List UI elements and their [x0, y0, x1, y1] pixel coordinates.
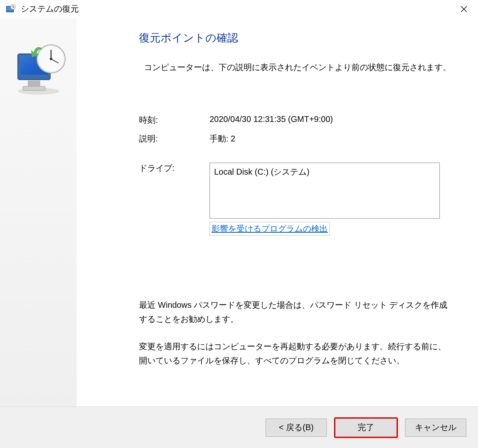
field-description: 説明: 手動: 2 — [139, 133, 453, 144]
desc-label: 説明: — [139, 133, 210, 144]
system-restore-large-icon — [10, 39, 68, 97]
svg-point-15 — [50, 58, 52, 60]
content-area: 復元ポイントの確認 コンピューターは、下の説明に表示されたイベントより前の状態に… — [0, 18, 478, 407]
drive-item: Local Disk (C:) (システム) — [214, 167, 310, 176]
page-heading: 復元ポイントの確認 — [139, 31, 453, 45]
cancel-button[interactable]: キャンセル — [405, 419, 466, 437]
scan-affected-programs-link[interactable]: 影響を受けるプログラムの検出 — [210, 222, 330, 236]
svg-rect-9 — [28, 80, 40, 86]
info-password: 最近 Windows パスワードを変更した場合は、パスワード リセット ディスク… — [139, 298, 453, 326]
system-restore-icon — [5, 3, 17, 15]
drive-value-container: Local Disk (C:) (システム) 影響を受けるプログラムの検出 — [210, 163, 453, 236]
window-title: システムの復元 — [21, 3, 455, 15]
desc-value: 手動: 2 — [210, 133, 453, 144]
field-time: 時刻: 2020/04/30 12:31:35 (GMT+9:00) — [139, 114, 453, 126]
info-restart: 変更を適用するにはコンピューターを再起動する必要があります。続行する前に、開いて… — [139, 339, 453, 368]
info-text: 最近 Windows パスワードを変更した場合は、パスワード リセット ディスク… — [139, 298, 453, 368]
close-button[interactable] — [455, 0, 473, 18]
wizard-sidebar — [0, 18, 77, 407]
svg-rect-10 — [23, 86, 45, 90]
field-drive: ドライブ: Local Disk (C:) (システム) 影響を受けるプログラム… — [139, 163, 453, 236]
page-subtext: コンピューターは、下の説明に表示されたイベントより前の状態に復元されます。 — [139, 62, 453, 73]
back-button[interactable]: < 戻る(B) — [266, 419, 327, 437]
close-icon — [460, 5, 468, 13]
wizard-main: 復元ポイントの確認 コンピューターは、下の説明に表示されたイベントより前の状態に… — [77, 18, 478, 407]
time-label: 時刻: — [139, 114, 210, 126]
time-value: 2020/04/30 12:31:35 (GMT+9:00) — [210, 114, 453, 126]
drive-listbox[interactable]: Local Disk (C:) (システム) — [210, 163, 440, 219]
button-bar: < 戻る(B) 完了 キャンセル — [0, 407, 478, 448]
drive-label: ドライブ: — [139, 163, 210, 236]
titlebar: システムの復元 — [0, 0, 478, 18]
finish-button[interactable]: 完了 — [335, 419, 397, 437]
